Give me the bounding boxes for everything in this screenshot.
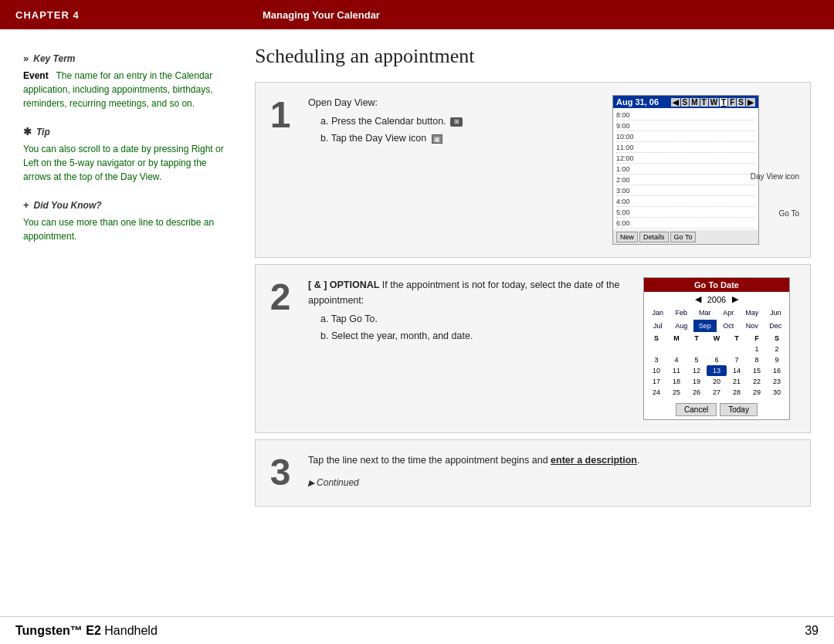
step-2-content: [ & ] OPTIONAL If the appointment is not… xyxy=(308,277,632,345)
month-may[interactable]: May xyxy=(741,307,764,319)
cal-cell-9[interactable]: 9 xyxy=(767,354,787,365)
cal-cell-13-today[interactable]: 13 xyxy=(707,365,727,376)
nav-t2[interactable]: T xyxy=(720,98,727,107)
month-oct[interactable]: Oct xyxy=(717,320,741,332)
step-2: 2 [ & ] OPTIONAL If the appointment is n… xyxy=(255,264,811,433)
key-term-word: Event xyxy=(23,70,49,81)
optional-label: [ & ] OPTIONAL xyxy=(308,280,379,290)
steps-container: 1 Open Day View: a. Press the Calendar b… xyxy=(255,82,811,507)
page-header: CHAPTER 4 Managing Your Calendar xyxy=(0,0,834,29)
did-you-know-text: You can use more than one line to descri… xyxy=(23,215,232,243)
col-m: M xyxy=(666,334,687,342)
chevron-icon: » xyxy=(23,53,29,64)
step-2-sub-b: b. Select the year, month, and date. xyxy=(320,328,632,344)
cal-cell-20[interactable]: 20 xyxy=(707,376,727,387)
cal-cell-5[interactable]: 5 xyxy=(687,354,707,365)
page-footer: Tungsten™ E2 Handheld 39 xyxy=(0,616,834,644)
gotodate-cancel-btn[interactable]: Cancel xyxy=(676,403,717,416)
time-100: 1:00 xyxy=(616,164,755,175)
cal-cell[interactable] xyxy=(727,344,747,354)
cal-cell-6[interactable]: 6 xyxy=(707,354,727,365)
sidebar-tip: ✱ Tip You can also scroll to a date by p… xyxy=(23,126,232,184)
nav-s2[interactable]: S xyxy=(737,98,745,107)
time-800: 8:00 xyxy=(616,110,755,120)
sidebar-key-term: » Key Term Event The name for an entry i… xyxy=(23,53,232,110)
month-apr[interactable]: Apr xyxy=(717,307,741,319)
month-jul[interactable]: Jul xyxy=(646,320,670,332)
time-900: 9:00 xyxy=(616,120,755,131)
dayview-goto-btn[interactable]: Go To xyxy=(670,232,697,242)
cal-cell-23[interactable]: 23 xyxy=(767,376,787,387)
month-feb[interactable]: Feb xyxy=(670,307,693,319)
cal-cell-15[interactable]: 15 xyxy=(747,365,767,376)
dayview-times: 8:00 9:00 10:00 11:00 12:00 1:00 2:00 3:… xyxy=(613,108,758,230)
cal-cell-4[interactable]: 4 xyxy=(666,354,687,365)
year-prev[interactable]: ◀ xyxy=(695,294,701,304)
content-area: Scheduling an appointment 1 Open Day Vie… xyxy=(247,29,834,616)
cal-cell-27[interactable]: 27 xyxy=(707,387,727,398)
step-2-image: Go To Date ◀ 2006 ▶ Jan Feb Mar Apr May xyxy=(643,277,798,420)
cal-cell-16[interactable]: 16 xyxy=(767,365,787,376)
gotodate-footer: Cancel Today xyxy=(644,400,789,419)
nav-t1[interactable]: T xyxy=(700,98,708,107)
nav-left[interactable]: ◀ xyxy=(671,98,680,107)
cal-cell-10[interactable]: 10 xyxy=(646,365,666,376)
step-3-text-after: . xyxy=(637,455,639,466)
cal-cell-24[interactable]: 24 xyxy=(646,387,666,398)
month-jun[interactable]: Jun xyxy=(764,307,788,319)
cal-cell[interactable] xyxy=(666,344,687,354)
cal-cell-11[interactable]: 11 xyxy=(666,365,687,376)
key-term-header: » Key Term xyxy=(23,53,232,64)
cal-cell-30[interactable]: 30 xyxy=(767,387,787,398)
cal-cell-17[interactable]: 17 xyxy=(646,376,666,387)
dayview-date: Aug 31, 06 xyxy=(616,97,659,107)
callout-go-to: Go To xyxy=(779,209,800,218)
nav-right[interactable]: ▶ xyxy=(746,98,755,107)
step-1-number: 1 xyxy=(263,97,297,134)
step-3-text: Tap the line next to the time the appoin… xyxy=(308,452,798,468)
step-2-optional: [ & ] OPTIONAL If the appointment is not… xyxy=(308,277,632,308)
cal-cell-7[interactable]: 7 xyxy=(727,354,747,365)
continued-label: Continued xyxy=(308,476,798,490)
cal-cell-19[interactable]: 19 xyxy=(687,376,707,387)
footer-page-number: 39 xyxy=(805,624,819,638)
month-mar[interactable]: Mar xyxy=(693,307,717,319)
gotodate-today-btn[interactable]: Today xyxy=(720,403,758,416)
cal-week-1: 1 2 xyxy=(646,344,787,354)
plus-icon: + xyxy=(23,199,29,211)
cal-cell[interactable] xyxy=(687,344,707,354)
nav-s1[interactable]: S xyxy=(681,98,690,107)
time-1100: 11:00 xyxy=(616,142,755,153)
month-aug[interactable]: Aug xyxy=(670,320,693,332)
cal-cell-2[interactable]: 2 xyxy=(767,344,787,354)
cal-week-2: 3 4 5 6 7 8 9 xyxy=(646,354,787,365)
cal-cell-1[interactable]: 1 xyxy=(747,344,767,354)
month-nov[interactable]: Nov xyxy=(741,320,764,332)
cal-cell-8[interactable]: 8 xyxy=(747,354,767,365)
month-dec[interactable]: Dec xyxy=(764,320,788,332)
month-jan[interactable]: Jan xyxy=(646,307,670,319)
chapter-label: CHAPTER 4 xyxy=(15,9,263,21)
cal-cell-22[interactable]: 22 xyxy=(747,376,767,387)
cal-cell-26[interactable]: 26 xyxy=(687,387,707,398)
nav-f[interactable]: F xyxy=(728,98,736,107)
cal-cell-25[interactable]: 25 xyxy=(666,387,687,398)
cal-header: S M T W T F S xyxy=(646,334,787,342)
cal-cell-18[interactable]: 18 xyxy=(666,376,687,387)
cal-cell-28[interactable]: 28 xyxy=(727,387,747,398)
cal-cell-29[interactable]: 29 xyxy=(747,387,767,398)
dayview-new-btn[interactable]: New xyxy=(616,232,638,242)
cal-cell-3[interactable]: 3 xyxy=(646,354,666,365)
dayview-details-btn[interactable]: Details xyxy=(639,232,669,242)
cal-week-5: 24 25 26 27 28 29 30 xyxy=(646,387,787,398)
cal-cell-21[interactable]: 21 xyxy=(727,376,747,387)
step-2-sub-a: a. Tap Go To. xyxy=(320,311,632,327)
year-next[interactable]: ▶ xyxy=(732,294,738,304)
month-sep[interactable]: Sep xyxy=(693,320,717,332)
nav-w[interactable]: W xyxy=(709,98,719,107)
cal-cell-14[interactable]: 14 xyxy=(727,365,747,376)
cal-cell[interactable] xyxy=(646,344,666,354)
nav-m[interactable]: M xyxy=(690,98,699,107)
cal-cell-12[interactable]: 12 xyxy=(687,365,707,376)
cal-cell[interactable] xyxy=(707,344,727,354)
